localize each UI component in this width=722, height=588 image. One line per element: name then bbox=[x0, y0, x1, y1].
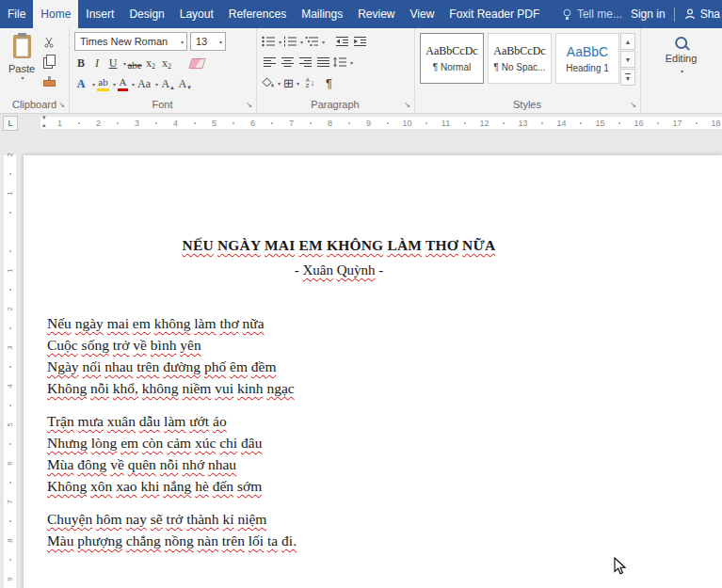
styles-more-button[interactable]: ▼ bbox=[620, 69, 635, 86]
vertical-ruler-number: 2 bbox=[4, 135, 16, 174]
cut-button[interactable] bbox=[43, 35, 62, 49]
paste-clipboard-icon bbox=[13, 35, 31, 58]
chevron-down-icon[interactable]: ▾ bbox=[123, 60, 126, 67]
decrease-indent-button[interactable] bbox=[334, 33, 350, 50]
show-formatting-marks-button[interactable]: ¶ bbox=[321, 74, 337, 91]
document-canvas[interactable]: NẾU NGÀY MAI EM KHÔNG LÀM THƠ NỮA - Xuân… bbox=[19, 132, 722, 588]
ribbon-tab-label: Layout bbox=[180, 8, 214, 21]
justify-button[interactable] bbox=[315, 54, 331, 71]
poem-line[interactable]: Màu phượng chẳng nồng nàn trên lối ta đi… bbox=[47, 530, 631, 551]
ribbon-tab[interactable]: Design bbox=[121, 0, 171, 28]
line-spacing-button[interactable]: ▾ bbox=[333, 54, 353, 71]
ribbon-tab[interactable]: References bbox=[221, 0, 294, 28]
font-dialog-launcher-icon[interactable]: ↘ bbox=[246, 102, 252, 109]
ribbon-tab[interactable]: Mailings bbox=[294, 0, 350, 28]
highlight-color-button[interactable]: ab bbox=[97, 74, 109, 93]
styles-gallery: AaBbCcDc ¶ Normal AaBbCcDc ¶ No Spac... … bbox=[420, 33, 619, 84]
first-line-indent-marker[interactable]: ▾ bbox=[42, 114, 46, 121]
ruler-number: 1 bbox=[40, 117, 79, 129]
horizontal-ruler[interactable]: L 123456789101112131415161718 ▾ ▴ bbox=[0, 114, 722, 132]
poem-line[interactable]: Cuộc sống trở về bình yên bbox=[47, 334, 631, 356]
ribbon-tab[interactable]: Review bbox=[350, 0, 402, 28]
font-size-select[interactable]: 13 ▾ bbox=[190, 32, 226, 51]
subscript-digit: 2 bbox=[152, 62, 155, 71]
ribbon-tab[interactable]: Layout bbox=[172, 0, 221, 28]
poem-line[interactable]: Trận mưa xuân dẫu làm ướt áo bbox=[47, 410, 631, 432]
ribbon-tab[interactable]: File bbox=[0, 0, 33, 28]
document-byline[interactable]: - Xuân Quỳnh - bbox=[47, 260, 631, 281]
ribbon-tab[interactable]: Home bbox=[33, 0, 78, 28]
multilevel-list-button[interactable]: ▾ bbox=[305, 33, 325, 50]
chevron-down-icon: ▾ bbox=[297, 80, 299, 87]
poem-line[interactable]: Nhưng lòng em còn cảm xúc chi đâu bbox=[47, 432, 631, 453]
increase-indent-button[interactable] bbox=[352, 33, 368, 50]
shading-button[interactable]: ▾ bbox=[262, 74, 281, 91]
chevron-down-icon: ▾ bbox=[681, 68, 683, 74]
font-row-1: Times New Roman ▾ 13 ▾ bbox=[74, 32, 226, 51]
ribbon-tab[interactable]: Foxit Reader PDF bbox=[441, 0, 547, 28]
clear-formatting-button[interactable] bbox=[188, 58, 206, 69]
paste-button[interactable]: Paste ▾ bbox=[5, 33, 39, 81]
poem-line[interactable]: Không xôn xao khi nắng hè đến sớm bbox=[47, 475, 631, 497]
share-button[interactable]: Sha bbox=[683, 8, 720, 21]
vertical-ruler[interactable]: 21123456789 bbox=[0, 132, 19, 588]
sort-button[interactable]: AZ ↓ bbox=[302, 74, 318, 91]
stanza: Nếu ngày mai em không làm thơ nữaCuộc số… bbox=[47, 312, 631, 399]
align-left-button[interactable] bbox=[262, 54, 278, 71]
editing-button[interactable]: Editing ▾ bbox=[666, 37, 698, 74]
tell-me-button[interactable]: Tell me... bbox=[562, 8, 622, 21]
underline-button[interactable]: U bbox=[105, 54, 120, 72]
clipboard-dialog-launcher-icon[interactable]: ↘ bbox=[58, 102, 65, 109]
sign-in-button[interactable]: Sign in bbox=[631, 8, 666, 21]
ribbon-tab-label: Home bbox=[40, 8, 71, 21]
borders-button[interactable]: ⊞ ▾ bbox=[283, 74, 299, 91]
styles-scroll-down-button[interactable]: ▼ bbox=[620, 51, 635, 68]
style-item[interactable]: AaBbC Heading 1 bbox=[555, 33, 619, 84]
tab-selector[interactable]: L bbox=[3, 116, 18, 131]
style-item[interactable]: AaBbCcDc ¶ Normal bbox=[420, 33, 484, 84]
poem-line[interactable]: Chuyện hôm nay sẽ trở thành kỉ niệm bbox=[47, 508, 631, 530]
change-case-button[interactable]: Aa bbox=[136, 74, 152, 93]
styles-dialog-launcher-icon[interactable]: ↘ bbox=[630, 102, 636, 109]
bullets-button[interactable]: ▾ bbox=[262, 33, 281, 50]
format-painter-button[interactable] bbox=[43, 76, 62, 90]
style-preview: AaBbCcDc bbox=[493, 44, 545, 58]
poem-line[interactable]: Nếu ngày mai em không làm thơ nữa bbox=[47, 312, 631, 334]
vertical-ruler-number: 1 bbox=[4, 174, 16, 213]
ribbon-tab-label: Design bbox=[129, 8, 164, 21]
font-family-select[interactable]: Times New Roman ▾ bbox=[74, 32, 187, 51]
poem-line[interactable]: Ngày nối nhau trên đường phố êm đềm bbox=[47, 356, 631, 377]
document-title[interactable]: NẾU NGÀY MAI EM KHÔNG LÀM THƠ NỮA bbox=[47, 234, 631, 256]
line-spacing-icon bbox=[333, 56, 347, 68]
vertical-ruler-number: 2 bbox=[4, 290, 16, 328]
superscript-button[interactable]: x2 bbox=[159, 54, 174, 72]
align-center-button[interactable] bbox=[280, 54, 296, 71]
style-item[interactable]: AaBbCcDc ¶ No Spac... bbox=[488, 33, 552, 84]
paragraph-row-1: ▾ ▾ ▾ bbox=[262, 33, 368, 50]
subscript-button[interactable]: x2 bbox=[143, 54, 158, 72]
poem-line[interactable]: Không nỗi khổ, không niềm vui kinh ngạc bbox=[47, 377, 631, 399]
strikethrough-button[interactable]: abe bbox=[127, 54, 142, 72]
grow-font-button[interactable]: A▴ bbox=[160, 74, 175, 93]
ribbon-tab[interactable]: Insert bbox=[78, 0, 121, 28]
font-color-glyph: A bbox=[120, 77, 127, 87]
align-right-button[interactable] bbox=[297, 54, 313, 71]
italic-button[interactable]: I bbox=[89, 54, 104, 72]
page[interactable]: NẾU NGÀY MAI EM KHÔNG LÀM THƠ NỮA - Xuân… bbox=[24, 155, 722, 588]
numbering-button[interactable]: ▾ bbox=[283, 33, 303, 50]
hanging-indent-marker[interactable]: ▴ bbox=[42, 121, 46, 129]
bold-button[interactable]: B bbox=[73, 54, 88, 72]
caret-up-icon: ▴ bbox=[170, 84, 174, 91]
ribbon-tab-label: References bbox=[229, 8, 286, 21]
copy-button[interactable] bbox=[43, 56, 62, 70]
styles-scroll-up-button[interactable]: ▲ bbox=[620, 33, 635, 50]
font-color-button[interactable]: A bbox=[118, 74, 128, 93]
chevron-down-icon: ▾ bbox=[155, 81, 158, 87]
ruler-number: 5 bbox=[195, 117, 233, 129]
text-effects-button[interactable]: A bbox=[73, 74, 88, 93]
ribbon-tab-label: Foxit Reader PDF bbox=[449, 8, 539, 21]
paragraph-dialog-launcher-icon[interactable]: ↘ bbox=[404, 102, 410, 109]
poem-line[interactable]: Mùa đông về quên nỗi nhớ nhau bbox=[47, 453, 631, 475]
shrink-font-button[interactable]: A▾ bbox=[177, 74, 192, 93]
ribbon-tab[interactable]: View bbox=[403, 0, 442, 28]
